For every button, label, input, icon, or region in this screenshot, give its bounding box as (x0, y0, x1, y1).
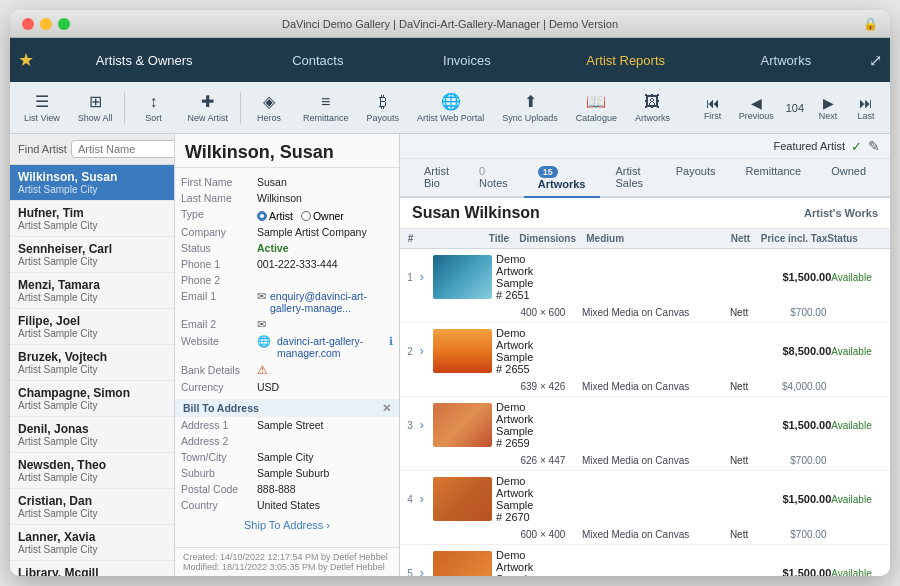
email1-icon[interactable]: ✉ (257, 290, 266, 303)
first-button[interactable]: ⏮ First (695, 91, 731, 125)
sort-button[interactable]: ↕ Sort (129, 89, 177, 127)
tab-notes[interactable]: 0 Notes (465, 159, 522, 198)
new-artist-button[interactable]: ✚ New Artist (179, 88, 236, 127)
tab-artworks[interactable]: 15 Artworks (524, 159, 600, 198)
artworks-toolbar-button[interactable]: 🖼 Artworks (627, 89, 678, 127)
billing-close-button[interactable]: ✕ (382, 402, 391, 414)
app-window: DaVinci Demo Gallery | DaVinci-Art-Galle… (10, 10, 890, 576)
list-view-button[interactable]: ☰ List View (16, 88, 68, 127)
catalogue-button[interactable]: 📖 Catalogue (568, 88, 625, 127)
artist-web-portal-button[interactable]: 🌐 Artist Web Portal (409, 88, 492, 127)
warning-icon: ⚠ (257, 363, 268, 377)
next-button[interactable]: ▶ Next (810, 91, 846, 125)
col-status-header: Status (827, 233, 890, 244)
web-portal-icon: 🌐 (441, 92, 461, 111)
artist-item[interactable]: Filipe, Joel Artist Sample City (10, 309, 174, 345)
tab-artist-bio[interactable]: Artist Bio (410, 159, 463, 198)
website-row: Website 🌐 davinci-art-gallery-manager.co… (175, 333, 399, 361)
col-num-header: # (400, 233, 421, 244)
table-row: 4 › Demo Artwork Sample # 2670 $1,500.00… (400, 471, 890, 545)
type-owner-option[interactable]: Owner (301, 210, 344, 222)
artworks-icon: 🖼 (644, 93, 660, 111)
artist-item[interactable]: Wilkinson, Susan Artist Sample City (10, 165, 174, 201)
minimize-button[interactable] (40, 18, 52, 30)
row-title-2[interactable]: Demo Artwork Sample # 2655 (496, 327, 533, 375)
artist-item[interactable]: Newsden, Theo Artist Sample City (10, 453, 174, 489)
maximize-button[interactable] (58, 18, 70, 30)
heros-button[interactable]: ◈ Heros (245, 88, 293, 127)
artist-item[interactable]: Cristian, Dan Artist Sample City (10, 489, 174, 525)
artist-name: Bruzek, Vojtech (18, 350, 166, 364)
artist-name: Hufner, Tim (18, 206, 166, 220)
row-thumb-5 (433, 551, 493, 576)
type-artist-option[interactable]: Artist (257, 210, 293, 222)
artist-item[interactable]: Library, Mcgill Artist Sample City (10, 561, 174, 576)
row-dim-val-1: 400 × 600 (504, 307, 582, 318)
show-all-label: Show All (78, 113, 113, 123)
featured-edit-icon[interactable]: ✎ (868, 138, 880, 154)
new-artist-label: New Artist (187, 113, 228, 123)
row-title-5[interactable]: Demo Artwork Sample # 2677 (496, 549, 533, 576)
postal-row: Postal Code 888-888 (175, 481, 399, 497)
last-name-label: Last Name (181, 192, 253, 204)
payouts-button[interactable]: ₿ Payouts (358, 89, 407, 127)
nav-invoices[interactable]: Invoices (431, 49, 503, 72)
type-artist-label: Artist (269, 210, 293, 222)
tab-payouts[interactable]: Payouts (662, 159, 730, 198)
show-all-icon: ⊞ (89, 92, 102, 111)
type-row: Type Artist Owner (175, 206, 399, 224)
website-value[interactable]: davinci-art-gallery-manager.com (277, 335, 385, 359)
currency-label: Currency (181, 381, 253, 393)
modified-text: Modified: 18/11/2022 3:05:35 PM by Detle… (183, 562, 391, 572)
row-arrow-1[interactable]: › (420, 270, 433, 284)
row-arrow-4[interactable]: › (420, 492, 433, 506)
artist-item[interactable]: Menzi, Tamara Artist Sample City (10, 273, 174, 309)
tab-artist-sales[interactable]: Artist Sales (602, 159, 660, 198)
row-price-1: $1,500.00 (759, 271, 831, 283)
tab-owned[interactable]: Owned (817, 159, 880, 198)
row-title-4[interactable]: Demo Artwork Sample # 2670 (496, 475, 533, 523)
row-arrow-5[interactable]: › (420, 566, 433, 576)
row-top-4: 4 › Demo Artwork Sample # 2670 $1,500.00… (400, 471, 890, 527)
remittance-button[interactable]: ≡ Remittance (295, 89, 357, 127)
artist-item[interactable]: Champagne, Simon Artist Sample City (10, 381, 174, 417)
last-button[interactable]: ⏭ Last (848, 91, 884, 125)
sort-label: Sort (145, 113, 162, 123)
show-all-button[interactable]: ⊞ Show All (70, 88, 121, 127)
artist-item[interactable]: Hufner, Tim Artist Sample City (10, 201, 174, 237)
nav-contacts[interactable]: Contacts (280, 49, 355, 72)
row-top-2: 2 › Demo Artwork Sample # 2655 $8,500.00… (400, 323, 890, 379)
previous-button[interactable]: ◀ Previous (733, 91, 780, 125)
titlebar: DaVinci Demo Gallery | DaVinci-Art-Galle… (10, 10, 890, 38)
row-num-4: 4 (400, 494, 420, 505)
artist-type: Artist Sample City (18, 184, 166, 195)
artist-item[interactable]: Bruzek, Vojtech Artist Sample City (10, 345, 174, 381)
expand-icon[interactable]: ⤢ (869, 51, 882, 70)
address1-value: Sample Street (257, 419, 393, 431)
close-button[interactable] (22, 18, 34, 30)
type-radio-group: Artist Owner (257, 210, 344, 222)
artist-item[interactable]: Sennheiser, Carl Artist Sample City (10, 237, 174, 273)
email1-value[interactable]: enquiry@davinci-art-gallery-manage... (270, 290, 393, 314)
favorites-icon[interactable]: ★ (18, 49, 34, 71)
ship-to-address-link[interactable]: Ship To Address (244, 519, 323, 531)
row-arrow-2[interactable]: › (420, 344, 433, 358)
nav-artworks[interactable]: Artworks (749, 49, 824, 72)
first-name-label: First Name (181, 176, 253, 188)
artist-name: Sennheiser, Carl (18, 242, 166, 256)
row-arrow-3[interactable]: › (420, 418, 433, 432)
row-title-1[interactable]: Demo Artwork Sample # 2651 (496, 253, 533, 301)
tab-remittance[interactable]: Remittance (732, 159, 816, 198)
artist-item[interactable]: Lanner, Xavia Artist Sample City (10, 525, 174, 561)
artist-radio-dot (257, 211, 267, 221)
toolbar-separator-1 (124, 92, 125, 124)
artwork-content-area: Susan Wilkinson Artist's Works # Title D… (400, 198, 890, 576)
artist-item[interactable]: Denil, Jonas Artist Sample City (10, 417, 174, 453)
suburb-value: Sample Suburb (257, 467, 393, 479)
sync-uploads-button[interactable]: ⬆ Sync Uploads (494, 88, 566, 127)
row-title-3[interactable]: Demo Artwork Sample # 2659 (496, 401, 533, 449)
info-icon[interactable]: ℹ (389, 335, 393, 348)
nav-artist-reports[interactable]: Artist Reports (578, 49, 673, 72)
search-input[interactable] (71, 140, 175, 158)
nav-artists-owners[interactable]: Artists & Owners (84, 49, 205, 72)
